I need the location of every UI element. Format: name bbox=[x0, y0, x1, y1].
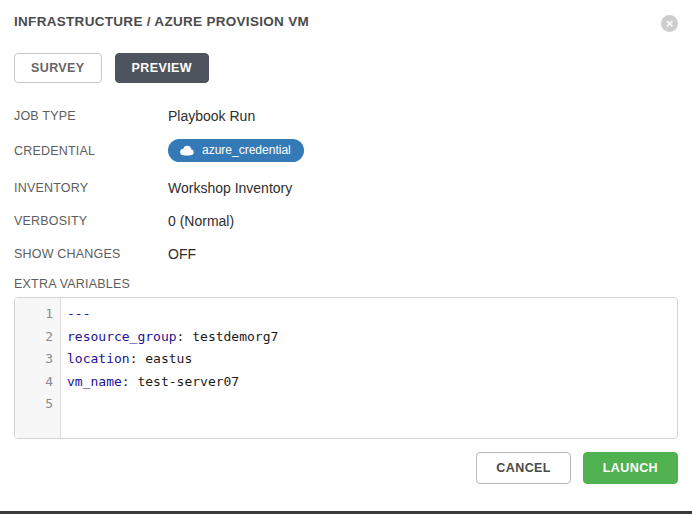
detail-row-show-changes: SHOW CHANGES OFF bbox=[14, 244, 678, 264]
verbosity-label: VERBOSITY bbox=[14, 214, 168, 228]
credential-badge-label: azure_credential bbox=[202, 143, 291, 157]
yaml-separator: : bbox=[177, 329, 193, 344]
show-changes-label: SHOW CHANGES bbox=[14, 247, 168, 261]
tab-bar: SURVEY PREVIEW bbox=[14, 53, 678, 83]
tab-survey[interactable]: SURVEY bbox=[14, 53, 102, 83]
line-number: 4 bbox=[15, 371, 60, 394]
dialog-footer: CANCEL LAUNCH bbox=[476, 452, 678, 484]
job-type-label: JOB TYPE bbox=[14, 109, 168, 123]
code-line: --- bbox=[67, 303, 677, 326]
launch-button[interactable]: LAUNCH bbox=[583, 452, 678, 484]
code-line: vm_name: test-server07 bbox=[67, 371, 677, 394]
job-details: JOB TYPE Playbook Run CREDENTIAL azure_c… bbox=[14, 106, 678, 264]
yaml-key: vm_name bbox=[67, 374, 122, 389]
yaml-doc-start: --- bbox=[67, 306, 90, 321]
inventory-label: INVENTORY bbox=[14, 181, 168, 195]
close-button[interactable]: × bbox=[661, 15, 678, 32]
job-type-value: Playbook Run bbox=[168, 108, 255, 124]
extra-variables-code-area[interactable]: --- resource_group: testdemorg7 location… bbox=[61, 298, 677, 438]
code-line bbox=[67, 393, 677, 416]
detail-row-inventory: INVENTORY Workshop Inventory bbox=[14, 178, 678, 198]
detail-row-job-type: JOB TYPE Playbook Run bbox=[14, 106, 678, 126]
yaml-value: testdemorg7 bbox=[192, 329, 278, 344]
extra-variables-editor: 1 2 3 4 5 --- resource_group: testdemorg… bbox=[14, 297, 678, 439]
credential-badge[interactable]: azure_credential bbox=[168, 139, 304, 162]
yaml-key: location bbox=[67, 351, 130, 366]
inventory-value: Workshop Inventory bbox=[168, 180, 292, 196]
cloud-icon bbox=[179, 145, 194, 156]
yaml-separator: : bbox=[122, 374, 138, 389]
code-line: resource_group: testdemorg7 bbox=[67, 326, 677, 349]
yaml-value: eastus bbox=[145, 351, 192, 366]
detail-row-credential: CREDENTIAL azure_credential bbox=[14, 139, 678, 162]
close-icon: × bbox=[666, 17, 674, 30]
page-title: INFRASTRUCTURE / AZURE PROVISION VM bbox=[14, 14, 309, 29]
detail-row-verbosity: VERBOSITY 0 (Normal) bbox=[14, 211, 678, 231]
verbosity-value: 0 (Normal) bbox=[168, 213, 234, 229]
yaml-value: test-server07 bbox=[137, 374, 239, 389]
line-number: 5 bbox=[15, 393, 60, 416]
dialog-header: INFRASTRUCTURE / AZURE PROVISION VM × bbox=[14, 0, 678, 32]
credential-label: CREDENTIAL bbox=[14, 144, 168, 158]
code-line: location: eastus bbox=[67, 348, 677, 371]
line-number: 3 bbox=[15, 348, 60, 371]
extra-variables-label: EXTRA VARIABLES bbox=[14, 277, 678, 291]
line-number: 2 bbox=[15, 326, 60, 349]
yaml-key: resource_group bbox=[67, 329, 177, 344]
tab-preview[interactable]: PREVIEW bbox=[115, 53, 209, 83]
yaml-separator: : bbox=[130, 351, 146, 366]
line-number: 1 bbox=[15, 303, 60, 326]
launch-job-dialog: INFRASTRUCTURE / AZURE PROVISION VM × SU… bbox=[0, 0, 692, 514]
show-changes-value: OFF bbox=[168, 246, 196, 262]
editor-line-number-gutter: 1 2 3 4 5 bbox=[15, 298, 61, 438]
cancel-button[interactable]: CANCEL bbox=[476, 452, 570, 484]
